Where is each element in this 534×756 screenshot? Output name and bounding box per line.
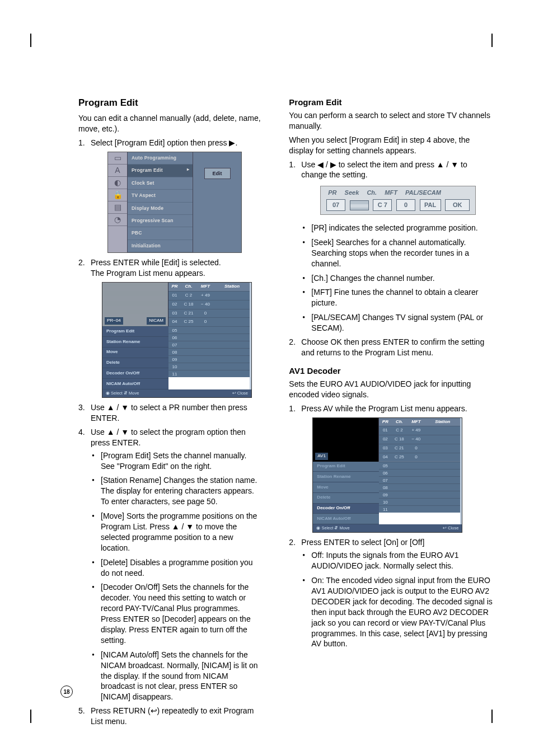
- step-2b: The Program List menu appears.: [91, 269, 205, 278]
- list-item: [Ch.] Changes the channel number.: [311, 273, 495, 284]
- list-item: Decoder On/Off: [313, 504, 379, 514]
- text-av1: Sets the EURO AV1 AUDIO/VIDEO jack for i…: [289, 379, 495, 400]
- list-item: [Program Edit] Sets the channel manually…: [101, 450, 262, 472]
- step-4: Use ▲ / ▼ to select the program option t…: [91, 428, 246, 447]
- footer-close: ↩ Close: [443, 525, 458, 531]
- pr-badge: PR−04: [105, 317, 123, 325]
- lock-icon: 🔒: [108, 189, 127, 201]
- table-row: 09: [168, 355, 250, 363]
- footer-close: ↩ Close: [232, 391, 248, 396]
- list-item: [Move] Sorts the programme positions on …: [101, 511, 262, 553]
- table-row: 10: [379, 498, 460, 505]
- table-row: 09: [379, 491, 460, 498]
- list-item: On: The encoded video signal input from …: [311, 575, 495, 649]
- list-item: Delete: [102, 358, 168, 369]
- av1-program-list-screenshot: AV1 PR Ch. MFT Station 01C 2+ 4902C 18− …: [312, 417, 462, 533]
- hdr-palsecam: PAL/SECAM: [405, 189, 441, 197]
- menu-item: Auto Programming: [128, 152, 193, 165]
- list-item: Off: Inputs the signals from the EURO AV…: [311, 550, 495, 571]
- list-item: [Station Rename] Changes the station nam…: [101, 475, 262, 507]
- list-item: [NICAM Auto/off] Sets the channels for t…: [101, 650, 262, 702]
- list-item: NICAM Auto/Off: [313, 514, 379, 524]
- list-item: [MFT] Fine tunes the channel to obtain a…: [311, 287, 495, 308]
- table-row: 01C 2+ 49: [379, 426, 460, 435]
- table-row: 01C 2+ 49: [168, 291, 250, 300]
- table-row: 06: [168, 334, 250, 341]
- list-item: [Delete] Disables a programme position y…: [101, 557, 262, 579]
- list-item: [Decoder On/Off] Sets the channels for t…: [101, 582, 262, 645]
- menu-item: PBC: [128, 227, 193, 240]
- col-mft: MFT: [407, 418, 425, 426]
- text-r-p1: You can perform a search to select and s…: [289, 110, 495, 132]
- val-ch: C 7: [373, 199, 392, 211]
- step-r1: Use ◀ / ▶ to select the item and press ▲…: [301, 160, 467, 180]
- list-item: [PAL/SECAM] Changes TV signal system (PA…: [311, 312, 495, 334]
- recording-icon: ▤: [108, 201, 127, 214]
- table-row: 02C 18− 40: [168, 300, 250, 309]
- val-seek: [350, 200, 369, 210]
- list-item: Station Rename: [102, 337, 168, 348]
- hdr-pr: PR: [328, 189, 336, 197]
- col-pr: PR: [379, 418, 391, 426]
- table-row: 03C 210: [379, 444, 460, 453]
- table-row: 03C 210: [168, 309, 250, 318]
- hdr-seek: Seek: [345, 189, 359, 197]
- list-item: Delete: [313, 493, 379, 504]
- list-item: Decoder On/Off: [102, 368, 168, 379]
- heading-program-edit: Program Edit: [78, 97, 262, 109]
- menu-item: TV Aspect: [128, 190, 193, 202]
- list-item: Program Edit: [102, 326, 168, 337]
- list-item: Move: [313, 482, 379, 493]
- footer-select: ◉ Select ⇵ Move: [316, 525, 349, 531]
- language-icon: A: [108, 165, 127, 177]
- col-pr: PR: [168, 283, 181, 291]
- table-row: 05: [379, 462, 460, 469]
- tv-icon: ▭: [108, 152, 127, 165]
- nicam-badge: NICAM: [147, 317, 166, 325]
- table-row: 06: [379, 469, 460, 476]
- disc-icon: ◔: [108, 214, 127, 226]
- table-row: 04C 250: [168, 317, 250, 326]
- step-3: Use ▲ / ▼ to select a PR number then pre…: [91, 403, 247, 422]
- val-mft: 0: [396, 199, 415, 211]
- table-row: 05: [168, 326, 250, 334]
- intro-text: You can edit a channel manually (add, de…: [78, 113, 262, 134]
- table-row: 08: [379, 483, 460, 491]
- audio-icon: ◐: [108, 177, 127, 189]
- list-item: [Seek] Searches for a channel automatica…: [311, 237, 495, 269]
- col-mft: MFT: [196, 283, 214, 291]
- list-item: NICAM Auto/Off: [102, 379, 168, 389]
- list-item: Program Edit: [313, 462, 379, 472]
- col-ch: Ch.: [181, 283, 196, 291]
- menu-item: Program Edit: [128, 165, 193, 177]
- text-r-p2: When you select [Program Edit] in step 4…: [289, 135, 495, 156]
- tuning-panel-screenshot: PR Seek Ch. MFT PAL/SECAM 07 C 7 0 PAL O…: [320, 186, 476, 215]
- col-station: Station: [425, 418, 460, 426]
- table-row: 11: [168, 370, 250, 377]
- heading-program-edit-right: Program Edit: [289, 97, 495, 107]
- step-5: Press RETURN (↩) repeatedly to exit Prog…: [91, 706, 254, 726]
- program-list-screenshot: PR−04 NICAM PR Ch. MFT Station 01C 2+ 49…: [102, 282, 252, 398]
- table-row: 04C 250: [379, 453, 460, 462]
- val-pr: 07: [326, 199, 345, 211]
- table-row: 02C 18− 40: [379, 435, 460, 444]
- edit-button: Edit: [204, 168, 231, 179]
- av1-badge: AV1: [315, 453, 328, 460]
- table-row: 10: [168, 363, 250, 370]
- table-row: 07: [379, 476, 460, 483]
- menu-item: Display Mode: [128, 203, 193, 215]
- step-r2: Choose OK then press ENTER to confirm th…: [301, 337, 484, 357]
- list-item: [PR] indicates the selected programme po…: [311, 223, 495, 233]
- menu-item: Initialization: [128, 240, 193, 252]
- list-item: Station Rename: [313, 472, 379, 482]
- table-row: 11: [379, 505, 460, 513]
- table-row: 07: [168, 341, 250, 348]
- val-pal: PAL: [420, 199, 441, 211]
- page-number: 18: [60, 685, 73, 698]
- hdr-mft: MFT: [385, 189, 397, 197]
- hdr-ch: Ch.: [367, 189, 377, 197]
- step-1: Select [Program Edit] option then press …: [91, 138, 237, 147]
- menu-item: Progressive Scan: [128, 215, 193, 227]
- step-2a: Press ENTER while [Edit] is selected.: [91, 258, 221, 267]
- col-station: Station: [214, 283, 250, 291]
